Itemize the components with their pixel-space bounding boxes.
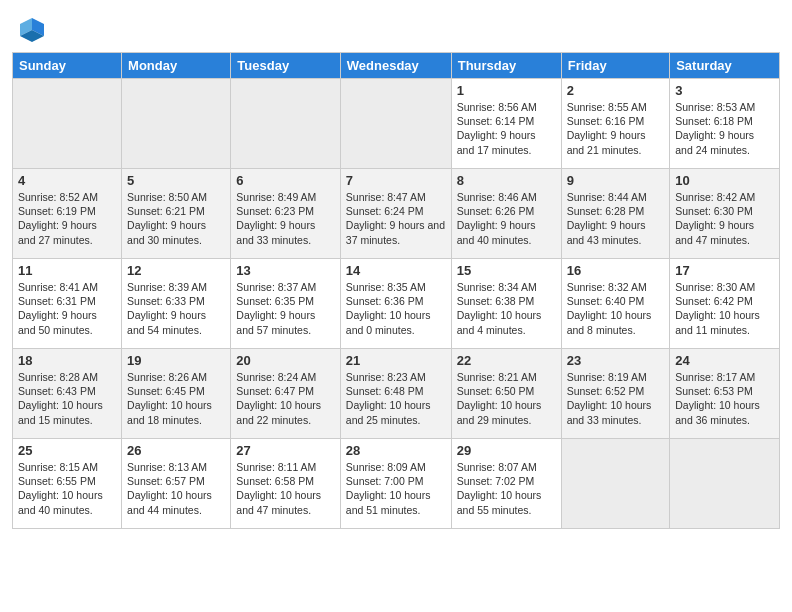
col-header-saturday: Saturday: [670, 53, 780, 79]
day-cell: 9Sunrise: 8:44 AM Sunset: 6:28 PM Daylig…: [561, 169, 670, 259]
day-info: Sunrise: 8:13 AM Sunset: 6:57 PM Dayligh…: [127, 460, 225, 517]
day-info: Sunrise: 8:53 AM Sunset: 6:18 PM Dayligh…: [675, 100, 774, 157]
day-number: 24: [675, 353, 774, 368]
day-info: Sunrise: 8:37 AM Sunset: 6:35 PM Dayligh…: [236, 280, 334, 337]
day-info: Sunrise: 8:07 AM Sunset: 7:02 PM Dayligh…: [457, 460, 556, 517]
day-info: Sunrise: 8:47 AM Sunset: 6:24 PM Dayligh…: [346, 190, 446, 247]
week-row-2: 4Sunrise: 8:52 AM Sunset: 6:19 PM Daylig…: [13, 169, 780, 259]
day-number: 16: [567, 263, 665, 278]
day-info: Sunrise: 8:28 AM Sunset: 6:43 PM Dayligh…: [18, 370, 116, 427]
day-cell: 6Sunrise: 8:49 AM Sunset: 6:23 PM Daylig…: [231, 169, 340, 259]
day-number: 6: [236, 173, 334, 188]
day-number: 15: [457, 263, 556, 278]
col-header-wednesday: Wednesday: [340, 53, 451, 79]
day-info: Sunrise: 8:30 AM Sunset: 6:42 PM Dayligh…: [675, 280, 774, 337]
header-row: SundayMondayTuesdayWednesdayThursdayFrid…: [13, 53, 780, 79]
day-number: 2: [567, 83, 665, 98]
day-cell: 10Sunrise: 8:42 AM Sunset: 6:30 PM Dayli…: [670, 169, 780, 259]
day-number: 22: [457, 353, 556, 368]
day-cell: 1Sunrise: 8:56 AM Sunset: 6:14 PM Daylig…: [451, 79, 561, 169]
header: [12, 10, 780, 46]
day-info: Sunrise: 8:19 AM Sunset: 6:52 PM Dayligh…: [567, 370, 665, 427]
day-cell: 26Sunrise: 8:13 AM Sunset: 6:57 PM Dayli…: [122, 439, 231, 529]
day-info: Sunrise: 8:46 AM Sunset: 6:26 PM Dayligh…: [457, 190, 556, 247]
week-row-5: 25Sunrise: 8:15 AM Sunset: 6:55 PM Dayli…: [13, 439, 780, 529]
col-header-sunday: Sunday: [13, 53, 122, 79]
day-info: Sunrise: 8:26 AM Sunset: 6:45 PM Dayligh…: [127, 370, 225, 427]
day-cell: 20Sunrise: 8:24 AM Sunset: 6:47 PM Dayli…: [231, 349, 340, 439]
day-number: 3: [675, 83, 774, 98]
day-number: 18: [18, 353, 116, 368]
day-cell: [122, 79, 231, 169]
day-cell: 23Sunrise: 8:19 AM Sunset: 6:52 PM Dayli…: [561, 349, 670, 439]
day-cell: 12Sunrise: 8:39 AM Sunset: 6:33 PM Dayli…: [122, 259, 231, 349]
day-number: 14: [346, 263, 446, 278]
day-cell: 5Sunrise: 8:50 AM Sunset: 6:21 PM Daylig…: [122, 169, 231, 259]
day-cell: [561, 439, 670, 529]
day-info: Sunrise: 8:21 AM Sunset: 6:50 PM Dayligh…: [457, 370, 556, 427]
day-cell: 13Sunrise: 8:37 AM Sunset: 6:35 PM Dayli…: [231, 259, 340, 349]
day-number: 17: [675, 263, 774, 278]
day-number: 10: [675, 173, 774, 188]
day-cell: 14Sunrise: 8:35 AM Sunset: 6:36 PM Dayli…: [340, 259, 451, 349]
day-number: 20: [236, 353, 334, 368]
day-info: Sunrise: 8:11 AM Sunset: 6:58 PM Dayligh…: [236, 460, 334, 517]
day-cell: 24Sunrise: 8:17 AM Sunset: 6:53 PM Dayli…: [670, 349, 780, 439]
day-cell: 21Sunrise: 8:23 AM Sunset: 6:48 PM Dayli…: [340, 349, 451, 439]
day-info: Sunrise: 8:44 AM Sunset: 6:28 PM Dayligh…: [567, 190, 665, 247]
day-cell: 3Sunrise: 8:53 AM Sunset: 6:18 PM Daylig…: [670, 79, 780, 169]
day-info: Sunrise: 8:41 AM Sunset: 6:31 PM Dayligh…: [18, 280, 116, 337]
week-row-1: 1Sunrise: 8:56 AM Sunset: 6:14 PM Daylig…: [13, 79, 780, 169]
day-info: Sunrise: 8:42 AM Sunset: 6:30 PM Dayligh…: [675, 190, 774, 247]
col-header-friday: Friday: [561, 53, 670, 79]
col-header-monday: Monday: [122, 53, 231, 79]
day-info: Sunrise: 8:39 AM Sunset: 6:33 PM Dayligh…: [127, 280, 225, 337]
day-cell: 2Sunrise: 8:55 AM Sunset: 6:16 PM Daylig…: [561, 79, 670, 169]
day-cell: 7Sunrise: 8:47 AM Sunset: 6:24 PM Daylig…: [340, 169, 451, 259]
day-number: 12: [127, 263, 225, 278]
day-cell: 15Sunrise: 8:34 AM Sunset: 6:38 PM Dayli…: [451, 259, 561, 349]
day-cell: 8Sunrise: 8:46 AM Sunset: 6:26 PM Daylig…: [451, 169, 561, 259]
logo-icon: [12, 14, 44, 46]
day-number: 1: [457, 83, 556, 98]
day-number: 5: [127, 173, 225, 188]
calendar-table: SundayMondayTuesdayWednesdayThursdayFrid…: [12, 52, 780, 529]
day-info: Sunrise: 8:15 AM Sunset: 6:55 PM Dayligh…: [18, 460, 116, 517]
day-cell: 16Sunrise: 8:32 AM Sunset: 6:40 PM Dayli…: [561, 259, 670, 349]
day-number: 19: [127, 353, 225, 368]
day-info: Sunrise: 8:23 AM Sunset: 6:48 PM Dayligh…: [346, 370, 446, 427]
day-info: Sunrise: 8:56 AM Sunset: 6:14 PM Dayligh…: [457, 100, 556, 157]
day-number: 13: [236, 263, 334, 278]
day-cell: [13, 79, 122, 169]
day-cell: 11Sunrise: 8:41 AM Sunset: 6:31 PM Dayli…: [13, 259, 122, 349]
day-cell: 22Sunrise: 8:21 AM Sunset: 6:50 PM Dayli…: [451, 349, 561, 439]
day-info: Sunrise: 8:49 AM Sunset: 6:23 PM Dayligh…: [236, 190, 334, 247]
logo: [12, 14, 48, 46]
col-header-thursday: Thursday: [451, 53, 561, 79]
day-cell: 17Sunrise: 8:30 AM Sunset: 6:42 PM Dayli…: [670, 259, 780, 349]
day-info: Sunrise: 8:34 AM Sunset: 6:38 PM Dayligh…: [457, 280, 556, 337]
day-info: Sunrise: 8:09 AM Sunset: 7:00 PM Dayligh…: [346, 460, 446, 517]
day-number: 21: [346, 353, 446, 368]
day-cell: 18Sunrise: 8:28 AM Sunset: 6:43 PM Dayli…: [13, 349, 122, 439]
week-row-4: 18Sunrise: 8:28 AM Sunset: 6:43 PM Dayli…: [13, 349, 780, 439]
day-number: 27: [236, 443, 334, 458]
day-cell: 27Sunrise: 8:11 AM Sunset: 6:58 PM Dayli…: [231, 439, 340, 529]
col-header-tuesday: Tuesday: [231, 53, 340, 79]
day-number: 9: [567, 173, 665, 188]
day-cell: 19Sunrise: 8:26 AM Sunset: 6:45 PM Dayli…: [122, 349, 231, 439]
day-info: Sunrise: 8:32 AM Sunset: 6:40 PM Dayligh…: [567, 280, 665, 337]
day-number: 23: [567, 353, 665, 368]
day-number: 26: [127, 443, 225, 458]
day-cell: 29Sunrise: 8:07 AM Sunset: 7:02 PM Dayli…: [451, 439, 561, 529]
week-row-3: 11Sunrise: 8:41 AM Sunset: 6:31 PM Dayli…: [13, 259, 780, 349]
day-info: Sunrise: 8:17 AM Sunset: 6:53 PM Dayligh…: [675, 370, 774, 427]
day-cell: [231, 79, 340, 169]
day-info: Sunrise: 8:52 AM Sunset: 6:19 PM Dayligh…: [18, 190, 116, 247]
day-number: 29: [457, 443, 556, 458]
day-number: 25: [18, 443, 116, 458]
day-number: 28: [346, 443, 446, 458]
day-number: 8: [457, 173, 556, 188]
day-info: Sunrise: 8:50 AM Sunset: 6:21 PM Dayligh…: [127, 190, 225, 247]
day-number: 11: [18, 263, 116, 278]
